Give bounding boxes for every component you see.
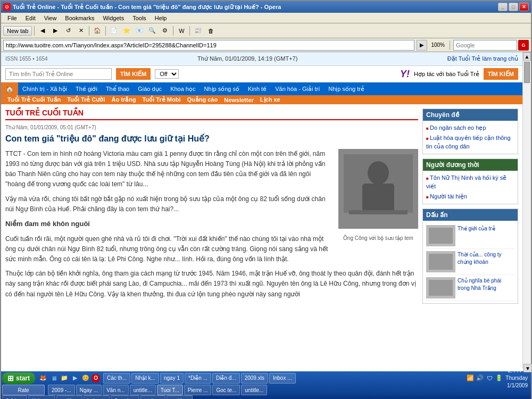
close-button[interactable]: ✕ (519, 3, 529, 11)
volume-icon[interactable]: 🔊 (476, 374, 484, 383)
home-button[interactable]: 🏠 (92, 25, 103, 37)
media-icon[interactable]: ▶ (70, 373, 80, 383)
url-input[interactable] (3, 40, 414, 51)
prog-vann[interactable]: Văn n... (103, 385, 128, 395)
zoom-button[interactable]: 100% (429, 39, 446, 51)
prog-1-1-jp[interactable]: 1-1.jp... (2, 395, 27, 399)
nav-giao-duc[interactable]: Giáo dục (134, 82, 166, 95)
prog-no-ba[interactable]: no ba... (140, 395, 165, 399)
prog-ngay2[interactable]: Ngay ... (76, 385, 102, 395)
prog-hai-vu[interactable]: hai vu... (84, 395, 110, 399)
nav-nhip-song-tre[interactable]: Nhịp sống trẻ (324, 82, 369, 95)
desktop-icon[interactable]: 🖥 (49, 373, 59, 383)
trash-button[interactable]: 🗑 (205, 25, 217, 37)
maximize-button[interactable]: □ (509, 3, 518, 11)
scrollbar[interactable]: ▲ ▼ (522, 52, 531, 371)
toolbar-btn-6[interactable]: W (176, 25, 187, 37)
menu-file[interactable]: File (3, 14, 21, 22)
nav-the-thao[interactable]: Thể thao (102, 82, 134, 95)
prog-untitle4[interactable]: untitle... (167, 395, 193, 399)
toolbar-btn-4[interactable]: 🔍 (146, 25, 158, 37)
prog-nhat-k[interactable]: Nhật k... (131, 373, 159, 384)
folder-icon[interactable]: 📁 (60, 373, 69, 383)
new-tab-button[interactable]: New tab (3, 26, 32, 36)
content-area: ISSN 1655 • 1654 Thứ Năm, 01/01/2009, 14… (1, 52, 531, 371)
prog-jasmin[interactable]: Jasmin... (111, 395, 139, 399)
sub-nav-cuoituan[interactable]: Tuổi Trẻ Cuối Tuần (5, 96, 63, 103)
site-search-button[interactable]: TÌM KIẾM (116, 68, 151, 80)
prog-dien2[interactable]: Diễn đ... (212, 373, 240, 384)
prog-ngay1[interactable]: ngay 1 (160, 373, 184, 384)
menu-bookmarks[interactable]: Bookmarks (61, 14, 98, 22)
main-content: ISSN 1655 • 1654 Thứ Năm, 01/01/2009, 14… (1, 52, 522, 371)
dau-an-link-1[interactable]: Thế giới của trẻ (458, 225, 495, 246)
prog-untitle2[interactable]: untitle... (241, 385, 267, 395)
date-display: Thứ Năm, 01/01/2009, 14:19 (GMT+7) (197, 55, 297, 62)
back-button[interactable]: ◀ (37, 25, 48, 37)
browser-search-input[interactable] (453, 40, 517, 51)
firefox-icon[interactable]: 🦊 (38, 373, 48, 383)
go-button[interactable]: ▶ (417, 40, 427, 51)
prog-cac-th[interactable]: Các th... (103, 373, 130, 384)
sub-nav-newsletter[interactable]: Newsletter (222, 97, 256, 103)
site-search-input[interactable] (5, 68, 112, 80)
minimize-button[interactable]: _ (498, 3, 508, 11)
sub-nav-cuoi[interactable]: Tuổi Trẻ Cười (65, 96, 107, 103)
off-dropdown[interactable]: Off (155, 69, 179, 79)
sub-nav-ao-trang[interactable]: Áo trắng (110, 96, 138, 103)
nav-chinh-tri[interactable]: Chính trị - Xã hội (18, 82, 71, 95)
dau-an-link-3[interactable]: Chủ nghĩa bè phái trong Nhà Trắng (458, 277, 514, 298)
prog-untitle1[interactable]: untitle... (130, 385, 156, 395)
nav-khoa-hoc[interactable]: Khoa học (166, 82, 200, 95)
prog-2009b[interactable]: 2009 -... (48, 385, 75, 395)
reload-button[interactable]: ↺ (62, 25, 74, 37)
prog-dien1[interactable]: *Diễn ... (185, 373, 211, 384)
prog-2009xls[interactable]: 2009.xls (241, 373, 268, 384)
sub-nav: Tuổi Trẻ Cuối Tuần Tuổi Trẻ Cười Áo trắn… (1, 95, 522, 104)
forward-button[interactable]: ▶ (49, 25, 61, 37)
stop-button[interactable]: ✕ (75, 25, 87, 37)
chuyen-de-item-2[interactable]: Luật hóa quyền tiếp cận thông tin của cô… (426, 133, 514, 152)
sub-nav-mobi[interactable]: Tuổi Trẻ Mobi (140, 96, 183, 103)
toolbar-btn-2[interactable]: ⭐ (121, 25, 132, 37)
toolbar-btn-7[interactable]: 📰 (192, 25, 204, 37)
nguoi-item-1[interactable]: Tôn Nữ Thị Ninh và hối ký sẽ viết (426, 173, 514, 192)
menu-edit[interactable]: Edit (21, 14, 40, 22)
svg-rect-10 (429, 280, 453, 296)
dau-an-link-2[interactable]: Thời của... công ty chứng khoán (458, 251, 514, 272)
site-header-top: ISSN 1655 • 1654 Thứ Năm, 01/01/2009, 14… (5, 53, 518, 64)
prog-tuoit[interactable]: Tuoi T... (157, 385, 183, 395)
taskbar: ⊞ start 🦊 🖥 📁 ▶ 😊 O Các th... Nhật k... … (1, 371, 531, 398)
menu-view[interactable]: View (40, 14, 61, 22)
nguoi-item-2[interactable]: Người tài hiện (426, 192, 514, 202)
window-frame: O Tuổi Trẻ Online - Tuổi Trẻ Cuối tuần -… (0, 0, 532, 399)
toolbar-btn-3[interactable]: 📧 (134, 25, 145, 37)
rate-button[interactable]: Rate (2, 385, 45, 395)
nav-home-button[interactable]: 🏠 (1, 82, 18, 95)
battery-icon[interactable]: 🔋 (495, 374, 503, 383)
toolbar-btn-5[interactable]: ⚙ (159, 25, 171, 37)
prog-untitle3[interactable]: untitle... (56, 395, 82, 399)
prog-inbox[interactable]: Inbox ... (269, 373, 296, 384)
antivirus-icon[interactable]: 🛡 (485, 374, 494, 383)
prog-pierre[interactable]: Pierre ... (184, 385, 212, 395)
prog-goct[interactable]: Goc te... (212, 385, 240, 395)
sub-nav-lich-xe[interactable]: Lịch xe (258, 96, 282, 103)
prog-yahoo[interactable]: Yahoo... (28, 395, 55, 399)
menu-help[interactable]: Help (151, 14, 171, 22)
sub-nav-quang-cao[interactable]: Quảng cáo (185, 96, 220, 103)
nav-nhip-song-so[interactable]: Nhịp sống số (200, 82, 244, 95)
nav-kinh-te[interactable]: Kinh tế (244, 82, 271, 95)
emoji-icon[interactable]: 😊 (81, 373, 90, 383)
dat-tuoitre-link[interactable]: Đặt Tuổi Trẻ làm trang chủ (447, 55, 518, 62)
start-button[interactable]: ⊞ start (2, 372, 35, 384)
nav-van-hoa[interactable]: Văn hóa - Giải trí (271, 82, 324, 95)
chuyen-de-item-1[interactable]: Do ngân sách eo hẹp (426, 123, 514, 133)
timkiem-button[interactable]: TÌM KIẾM (484, 68, 518, 80)
opera-taskbar-icon[interactable]: O (92, 374, 100, 383)
nav-the-gioi[interactable]: Thế giới (71, 82, 102, 95)
menu-tools[interactable]: Tools (128, 14, 151, 22)
toolbar-btn-1[interactable]: 📄 (108, 25, 120, 37)
menu-widgets[interactable]: Widgets (98, 14, 128, 22)
network-icon[interactable]: 📶 (466, 374, 475, 383)
